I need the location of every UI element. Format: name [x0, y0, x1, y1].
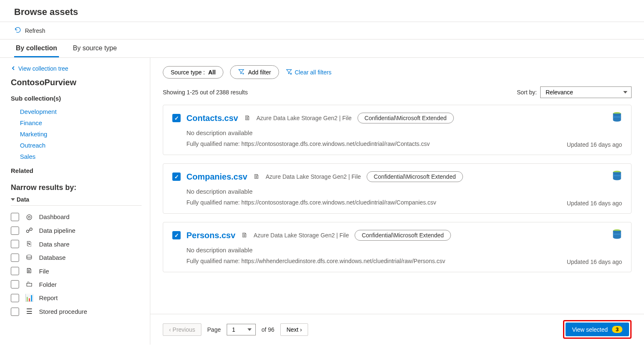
source-type-filter[interactable]: Source type : All: [163, 66, 223, 79]
file-icon: 🗎: [241, 232, 248, 239]
result-card: Contacts.csv 🗎 Azure Data Lake Storage G…: [163, 105, 632, 155]
asset-description: No description available: [186, 246, 622, 254]
dashboard-icon: ◎: [25, 212, 33, 221]
result-card: Persons.csv 🗎 Azure Data Lake Storage Ge…: [163, 222, 632, 272]
add-filter-button[interactable]: Add filter: [230, 65, 279, 79]
sub-collection-list: Development Finance Marketing Outreach S…: [11, 106, 150, 162]
collection-name: ContosoPurview: [11, 78, 150, 87]
subcollection-development[interactable]: Development: [20, 106, 150, 117]
subcollection-outreach[interactable]: Outreach: [20, 140, 150, 151]
checkbox-dashboard[interactable]: [11, 213, 19, 221]
filter-label: Data pipeline: [39, 227, 76, 234]
clear-filters-label: Clear all filters: [295, 69, 332, 76]
filter-label: Stored procedure: [39, 308, 87, 315]
refresh-button[interactable]: Refresh: [14, 26, 45, 35]
asset-description: No description available: [186, 129, 622, 136]
sort-select[interactable]: Relevance: [540, 86, 632, 98]
file-icon: 🗎: [25, 267, 33, 275]
svg-rect-7: [613, 175, 621, 176]
filter-label: Folder: [39, 281, 57, 288]
sort-label: Sort by:: [517, 89, 537, 96]
funnel-clear-icon: [286, 68, 292, 76]
svg-rect-9: [613, 234, 621, 235]
view-collection-tree-link[interactable]: View collection tree: [11, 65, 150, 72]
subcollection-sales[interactable]: Sales: [20, 151, 150, 162]
view-tree-label: View collection tree: [18, 65, 68, 72]
view-selected-label: View selected: [572, 326, 608, 333]
asset-name-link[interactable]: Companies.csv: [186, 172, 247, 182]
data-facet-header[interactable]: Data: [11, 196, 142, 206]
tab-by-collection[interactable]: By collection: [14, 39, 59, 57]
filter-label: Dashboard: [39, 213, 69, 220]
asset-updated: Updated 16 days ago: [567, 259, 622, 265]
asset-updated: Updated 16 days ago: [567, 200, 622, 207]
filter-label: Data share: [39, 241, 69, 248]
pipeline-icon: ☍: [25, 226, 33, 235]
related-label: Related: [11, 167, 150, 174]
page-title: Browse assets: [0, 0, 644, 22]
asset-name-link[interactable]: Persons.csv: [186, 231, 235, 240]
next-button[interactable]: Next ›: [280, 323, 308, 336]
tab-by-source[interactable]: By source type: [71, 39, 119, 57]
tabs: By collection By source type: [0, 39, 644, 58]
next-label: Next: [286, 326, 299, 333]
report-icon: 📊: [25, 293, 33, 302]
previous-button[interactable]: ‹ Previous: [163, 323, 201, 336]
narrow-results-label: Narrow results by:: [11, 183, 150, 192]
selected-count-badge: 3: [612, 326, 622, 333]
checkbox-file[interactable]: [11, 267, 19, 275]
result-checkbox[interactable]: [172, 172, 181, 181]
main: Source type : All Add filter Clear all f…: [150, 58, 644, 345]
result-checkbox[interactable]: [172, 231, 181, 239]
source-type-label: Source type :: [171, 69, 205, 76]
storage-icon: [611, 228, 623, 241]
asset-updated: Updated 16 days ago: [567, 141, 622, 148]
folder-icon: 🗀: [25, 280, 33, 288]
database-icon: ⛁: [25, 253, 33, 262]
caret-down-icon: [11, 198, 15, 201]
chevron-left-icon: [11, 65, 16, 72]
refresh-icon: [14, 26, 22, 35]
chevron-right-icon: ›: [299, 326, 302, 333]
subcollection-finance[interactable]: Finance: [20, 117, 150, 128]
result-checkbox[interactable]: [172, 114, 181, 122]
classification-tag: Confidential\Microsoft Extended: [358, 113, 454, 123]
results-list: Contacts.csv 🗎 Azure Data Lake Storage G…: [163, 105, 632, 272]
checkbox-folder[interactable]: [11, 280, 19, 288]
filter-label: Report: [39, 294, 58, 301]
asset-fqn: Fully qualified name: https://whhendercl…: [186, 258, 622, 264]
clear-all-filters[interactable]: Clear all filters: [286, 68, 332, 76]
svg-rect-5: [613, 116, 621, 118]
checkbox-data-share[interactable]: [11, 240, 19, 248]
refresh-label: Refresh: [25, 27, 45, 34]
classification-tag: Confidential\Microsoft Extended: [367, 171, 463, 182]
chevron-left-icon: ‹: [169, 326, 173, 333]
share-icon: ⎘: [25, 240, 33, 248]
asset-name-link[interactable]: Contacts.csv: [186, 113, 238, 123]
file-icon: 🗎: [253, 173, 260, 180]
checkbox-stored-procedure[interactable]: [11, 308, 19, 316]
filter-label: File: [39, 268, 49, 275]
subcollection-marketing[interactable]: Marketing: [20, 128, 150, 140]
asset-fqn: Fully qualified name: https://contososto…: [186, 140, 622, 147]
storage-icon: [611, 111, 623, 124]
sidebar: View collection tree ContosoPurview Sub …: [0, 58, 150, 345]
filter-label: Database: [39, 254, 66, 261]
asset-source: Azure Data Lake Storage Gen2 | File: [254, 232, 349, 239]
view-selected-button[interactable]: View selected 3: [566, 323, 629, 336]
file-icon: 🗎: [244, 114, 251, 122]
prev-label: Previous: [173, 326, 195, 333]
data-facet-label: Data: [17, 196, 29, 203]
page-select[interactable]: 1: [227, 324, 256, 335]
checkbox-data-pipeline[interactable]: [11, 227, 19, 235]
result-card: Companies.csv 🗎 Azure Data Lake Storage …: [163, 163, 632, 214]
sub-collections-label: Sub collection(s): [11, 95, 150, 102]
pagination-bar: ‹ Previous Page 1 of 96 Next › View sele…: [150, 314, 644, 345]
storage-icon: [611, 170, 623, 182]
checkbox-report[interactable]: [11, 294, 19, 302]
checkbox-database[interactable]: [11, 254, 19, 262]
page-of-label: of 96: [262, 326, 274, 333]
view-selected-highlight: View selected 3: [563, 320, 632, 339]
page-label: Page: [207, 326, 221, 333]
classification-tag: Confidential\Microsoft Extended: [355, 230, 451, 241]
